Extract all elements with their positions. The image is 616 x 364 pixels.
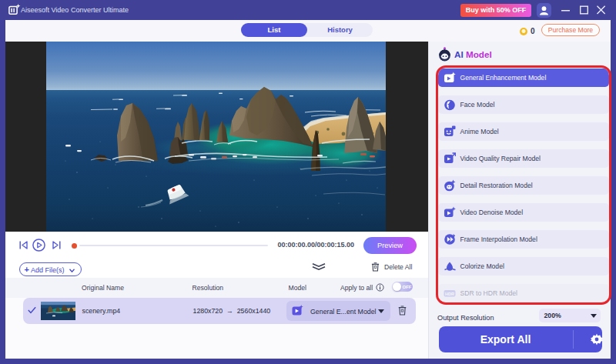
svg-text:HDR: HDR xyxy=(445,292,454,296)
